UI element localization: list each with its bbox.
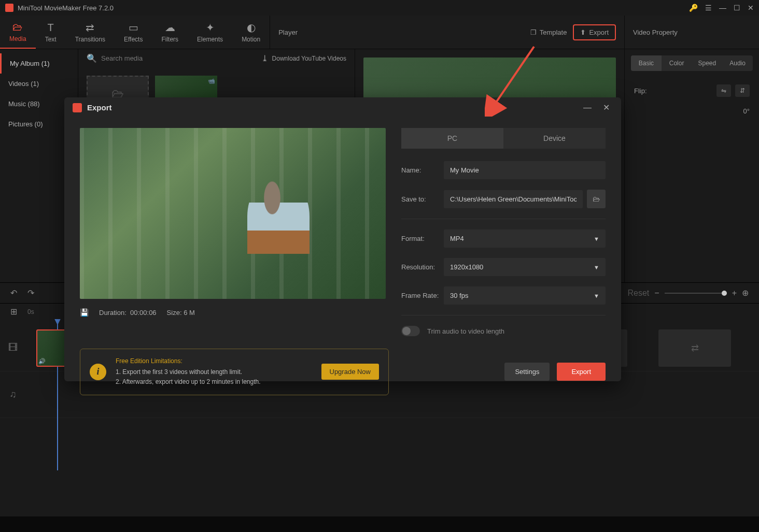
dialog-close-button[interactable]: ✕ bbox=[600, 103, 613, 112]
saveto-input[interactable] bbox=[444, 190, 583, 208]
upgrade-button[interactable]: Upgrade Now bbox=[321, 364, 380, 380]
redo-button[interactable]: ↷ bbox=[27, 288, 34, 298]
export-action-button[interactable]: Export bbox=[557, 363, 606, 381]
speaker-icon: 🔊 bbox=[38, 358, 46, 365]
filters-icon: ☁ bbox=[165, 21, 175, 34]
chevron-down-icon: ▼ bbox=[594, 264, 599, 270]
save-icon: 💾 bbox=[80, 308, 89, 317]
divider bbox=[401, 219, 606, 219]
chevron-down-icon: ▼ bbox=[594, 293, 599, 299]
menu-icon[interactable]: ☰ bbox=[705, 4, 712, 12]
browse-button[interactable]: 🗁 bbox=[587, 190, 606, 208]
search-input[interactable] bbox=[101, 54, 257, 62]
format-label: Format: bbox=[401, 235, 444, 242]
maximize-icon[interactable]: ☐ bbox=[734, 4, 740, 12]
limitation-box: i Free Edition Limitations: 1. Export th… bbox=[80, 349, 389, 395]
flip-vertical-button[interactable]: ⇵ bbox=[735, 84, 750, 97]
close-icon[interactable]: ✕ bbox=[748, 4, 754, 12]
download-icon: ⤓ bbox=[261, 53, 268, 63]
effects-icon: ▭ bbox=[129, 21, 138, 34]
motion-icon: ◐ bbox=[247, 21, 256, 34]
tool-motion-label: Motion bbox=[242, 36, 260, 43]
size-label: Size: bbox=[167, 309, 182, 317]
timeline-time: 0s bbox=[27, 308, 34, 315]
key-icon[interactable]: 🔑 bbox=[689, 4, 698, 12]
app-title: MiniTool MovieMaker Free 7.2.0 bbox=[18, 4, 689, 12]
reset-button[interactable]: Reset bbox=[628, 289, 650, 298]
flip-horizontal-button[interactable]: ⇋ bbox=[716, 84, 731, 97]
info-icon: i bbox=[90, 364, 106, 380]
zoom-fit-button[interactable]: ⊕ bbox=[742, 288, 749, 298]
dialog-title: Export bbox=[87, 103, 575, 112]
format-select[interactable]: MP4▼ bbox=[444, 229, 606, 248]
sidebar-item-album[interactable]: My Album (1) bbox=[0, 53, 78, 74]
tool-filters-label: Filters bbox=[161, 36, 178, 43]
export-preview bbox=[80, 128, 386, 299]
limitation-line1: 1. Export the first 3 videos without len… bbox=[116, 367, 312, 377]
tool-effects[interactable]: ▭Effects bbox=[115, 16, 152, 49]
limitation-title: Free Edition Limitations: bbox=[116, 356, 312, 366]
prop-tab-speed[interactable]: Speed bbox=[692, 55, 723, 71]
tab-device[interactable]: Device bbox=[503, 128, 606, 149]
folder-icon: 🗁 bbox=[593, 195, 600, 203]
name-label: Name: bbox=[401, 166, 444, 174]
framerate-select[interactable]: 30 fps▼ bbox=[444, 286, 606, 305]
flip-label: Flip: bbox=[634, 87, 647, 95]
settings-button[interactable]: Settings bbox=[504, 363, 550, 381]
rotate-value: 0° bbox=[743, 107, 750, 115]
zoom-in-button[interactable]: + bbox=[732, 289, 737, 298]
framerate-value: 30 fps bbox=[450, 292, 468, 299]
format-value: MP4 bbox=[450, 235, 464, 242]
name-input[interactable] bbox=[444, 161, 606, 179]
elements-icon: ✦ bbox=[206, 21, 215, 34]
add-track-button[interactable]: ⊞ bbox=[10, 307, 17, 317]
minimize-icon[interactable]: — bbox=[719, 4, 726, 12]
duration-value: 00:00:06 bbox=[130, 309, 157, 317]
tool-transitions[interactable]: ⇄Transitions bbox=[66, 16, 115, 49]
undo-button[interactable]: ↶ bbox=[10, 288, 17, 298]
dialog-logo bbox=[73, 103, 82, 112]
dialog-minimize-button[interactable]: — bbox=[580, 103, 595, 112]
framerate-label: Frame Rate: bbox=[401, 292, 444, 299]
empty-clip[interactable]: ⇄ bbox=[658, 329, 731, 367]
prop-tab-color[interactable]: Color bbox=[662, 55, 692, 71]
export-button[interactable]: ⬆Export bbox=[573, 24, 616, 40]
tool-motion[interactable]: ◐Motion bbox=[232, 16, 270, 49]
prop-tab-audio[interactable]: Audio bbox=[722, 55, 753, 71]
tool-elements[interactable]: ✦Elements bbox=[188, 16, 232, 49]
template-button[interactable]: ❐Template bbox=[524, 25, 573, 39]
tool-filters[interactable]: ☁Filters bbox=[152, 16, 188, 49]
divider bbox=[401, 315, 606, 315]
trim-audio-toggle[interactable] bbox=[401, 326, 420, 336]
tool-text[interactable]: TText bbox=[36, 16, 66, 49]
saveto-label: Save to: bbox=[401, 195, 444, 203]
tool-text-label: Text bbox=[45, 36, 57, 43]
prop-tab-basic[interactable]: Basic bbox=[631, 55, 662, 71]
tool-elements-label: Elements bbox=[197, 36, 223, 43]
video-property-label: Video Property bbox=[624, 16, 759, 49]
resolution-value: 1920x1080 bbox=[450, 263, 483, 271]
tool-media-label: Media bbox=[9, 35, 26, 42]
zoom-slider[interactable] bbox=[665, 293, 727, 294]
limitation-line2: 2. Afterwards, export video up to 2 minu… bbox=[116, 377, 312, 387]
resolution-select[interactable]: 1920x1080▼ bbox=[444, 258, 606, 276]
tool-effects-label: Effects bbox=[124, 36, 143, 43]
chevron-down-icon: ▼ bbox=[594, 236, 599, 242]
video-icon: 📹 bbox=[208, 78, 215, 84]
export-label: Export bbox=[589, 28, 609, 36]
player-label: Player bbox=[278, 28, 524, 36]
tool-media[interactable]: 🗁Media bbox=[0, 16, 36, 49]
tab-pc[interactable]: PC bbox=[401, 128, 503, 149]
export-dialog: Export — ✕ 💾 Duration: 00:00:06 Size: 6 … bbox=[64, 97, 621, 381]
audio-track-icon: ♫ bbox=[0, 389, 26, 400]
download-youtube-link[interactable]: Download YouTube Videos bbox=[272, 55, 346, 62]
size-value: 6 M bbox=[184, 309, 195, 317]
tool-transitions-label: Transitions bbox=[75, 36, 105, 43]
transitions-icon: ⇄ bbox=[86, 21, 94, 34]
layers-icon: ❐ bbox=[530, 28, 537, 36]
zoom-out-button[interactable]: − bbox=[654, 289, 659, 298]
video-track-icon: 🎞 bbox=[0, 342, 26, 353]
app-logo bbox=[5, 4, 13, 12]
text-icon: T bbox=[48, 22, 54, 34]
sidebar-item-videos[interactable]: Videos (1) bbox=[0, 74, 78, 94]
